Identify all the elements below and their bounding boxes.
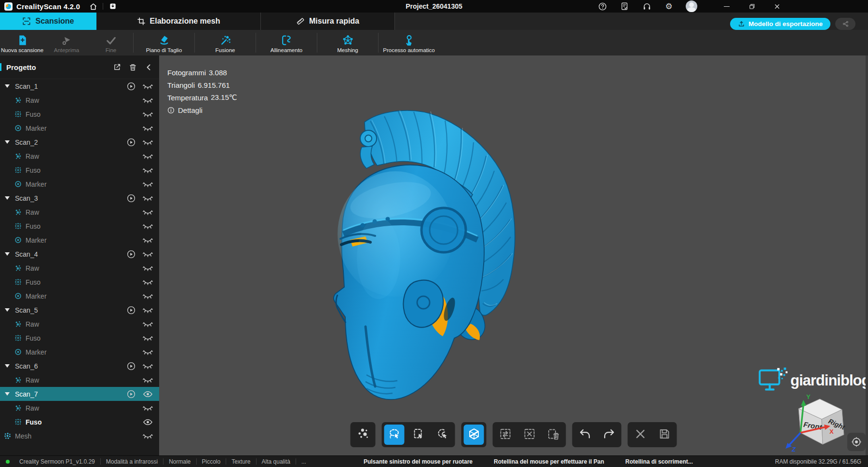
tree-row-mesh[interactable]: Mesh [0, 429, 159, 443]
lasso-select-button[interactable] [384, 425, 405, 445]
tree-row-scan-1[interactable]: Scan_1 [0, 79, 159, 93]
tab-misura-rapida[interactable]: Misura rapida [261, 13, 395, 30]
viewport-edge-scrollbar[interactable] [866, 55, 868, 455]
expand-caret-icon[interactable] [5, 140, 10, 144]
undo-button[interactable] [575, 425, 595, 445]
tree-row-raw[interactable]: Raw [0, 149, 159, 163]
tree-row-raw[interactable]: Raw [0, 317, 159, 331]
eye-closed-icon[interactable] [143, 181, 153, 188]
point-cloud-button[interactable] [353, 425, 373, 445]
feedback-icon[interactable] [619, 1, 630, 12]
eye-open-icon[interactable] [143, 419, 153, 426]
eye-closed-icon[interactable] [143, 223, 153, 230]
eye-closed-icon[interactable] [143, 139, 153, 146]
expand-caret-icon[interactable] [5, 252, 10, 256]
trash-icon[interactable] [129, 63, 137, 71]
eye-closed-icon[interactable] [143, 195, 153, 202]
mode-item[interactable]: Texture [226, 458, 256, 465]
tree-row-scan-6[interactable]: Scan_6 [0, 359, 159, 373]
eye-closed-icon[interactable] [143, 209, 153, 216]
close-icon[interactable] [772, 1, 782, 12]
eye-closed-icon[interactable] [143, 307, 153, 314]
allineamento-button[interactable]: Allineamento [256, 30, 317, 55]
eye-closed-icon[interactable] [143, 321, 153, 328]
tree-row-fuso[interactable]: Fuso [0, 415, 159, 429]
export-sheet-icon[interactable] [113, 63, 121, 71]
select-through-cube-button[interactable] [464, 425, 484, 445]
eye-closed-icon[interactable] [143, 349, 153, 356]
collapse-panel-icon[interactable] [145, 63, 153, 71]
tree-row-fuso[interactable]: Fuso [0, 219, 159, 233]
clear-selection-button[interactable] [519, 425, 540, 445]
tab-scansione[interactable]: Scansione [0, 13, 96, 30]
tree-row-marker[interactable]: Marker [0, 121, 159, 135]
mode-item[interactable]: Piccolo [197, 458, 226, 465]
eye-closed-icon[interactable] [143, 293, 153, 300]
play-icon[interactable] [127, 138, 136, 147]
eye-closed-icon[interactable] [143, 335, 153, 342]
tree-row-scan-3[interactable]: Scan_3 [0, 191, 159, 205]
tree-row-scan-2[interactable]: Scan_2 [0, 135, 159, 149]
tree-row-raw[interactable]: Raw [0, 401, 159, 415]
orbit-view-button[interactable] [847, 433, 866, 451]
cancel-button[interactable] [630, 425, 651, 445]
avatar[interactable] [686, 0, 697, 12]
tab-elaborazione-mesh[interactable]: Elaborazione mesh [96, 13, 261, 30]
delete-selection-button[interactable] [543, 425, 564, 445]
tree-row-raw[interactable]: Raw [0, 373, 159, 387]
eye-closed-icon[interactable] [143, 153, 153, 160]
processo-automatico-button[interactable]: Processo automatico [379, 30, 439, 55]
export-model-button[interactable]: Modello di esportazione [730, 18, 830, 30]
share-button[interactable] [835, 18, 855, 30]
tree-row-fuso[interactable]: Fuso [0, 275, 159, 289]
piano-di-taglio-button[interactable]: Piano di Taglio [134, 30, 194, 55]
eye-closed-icon[interactable] [143, 433, 153, 440]
details-link[interactable]: Dettagli [167, 104, 237, 116]
expand-caret-icon[interactable] [5, 84, 10, 88]
tree-row-raw[interactable]: Raw [0, 205, 159, 219]
mode-item[interactable]: ... [296, 458, 312, 465]
import-project-icon[interactable] [107, 1, 119, 11]
home-icon[interactable] [87, 1, 99, 11]
redo-button[interactable] [599, 425, 619, 445]
play-icon[interactable] [127, 362, 136, 371]
restore-icon[interactable] [746, 1, 757, 12]
play-icon[interactable] [127, 250, 136, 259]
tree-row-raw[interactable]: Raw [0, 261, 159, 275]
help-icon[interactable] [597, 1, 608, 12]
tree-row-fuso[interactable]: Fuso [0, 107, 159, 121]
play-icon[interactable] [127, 194, 136, 203]
nuova-scansione-button[interactable]: Nuova scansione [0, 30, 44, 55]
mode-item[interactable]: Normale [163, 458, 196, 465]
tree-row-fuso[interactable]: Fuso [0, 163, 159, 177]
support-headset-icon[interactable] [641, 1, 652, 12]
mode-item[interactable]: Alta qualità [257, 458, 296, 465]
expand-caret-icon[interactable] [5, 308, 10, 312]
eye-closed-icon[interactable] [143, 251, 153, 258]
eye-closed-icon[interactable] [143, 167, 153, 174]
eye-open-icon[interactable] [143, 391, 153, 398]
play-icon[interactable] [127, 390, 136, 398]
brush-select-button[interactable] [433, 425, 453, 445]
play-icon[interactable] [127, 82, 136, 91]
eye-closed-icon[interactable] [143, 265, 153, 272]
eye-closed-icon[interactable] [143, 377, 153, 384]
tree-row-raw[interactable]: Raw [0, 93, 159, 107]
viewport-3d[interactable]: Fotogrammi3.088Triangoli6.915.761Tempera… [159, 55, 868, 455]
expand-caret-icon[interactable] [5, 392, 10, 396]
tree-row-marker[interactable]: Marker [0, 289, 159, 303]
eye-closed-icon[interactable] [143, 83, 153, 90]
minimize-icon[interactable] [721, 1, 732, 12]
eye-closed-icon[interactable] [143, 97, 153, 104]
eye-closed-icon[interactable] [143, 125, 153, 132]
play-icon[interactable] [127, 306, 136, 315]
meshing-button[interactable]: Meshing [317, 30, 378, 55]
expand-caret-icon[interactable] [5, 196, 10, 200]
tree-row-fuso[interactable]: Fuso [0, 331, 159, 345]
eye-closed-icon[interactable] [143, 363, 153, 370]
invert-selection-button[interactable] [495, 425, 515, 445]
expand-caret-icon[interactable] [5, 364, 10, 368]
tree-row-scan-4[interactable]: Scan_4 [0, 247, 159, 261]
settings-gear-icon[interactable]: ⚙ [664, 1, 674, 12]
mode-item[interactable]: Modalità a infrarossi [101, 458, 163, 465]
